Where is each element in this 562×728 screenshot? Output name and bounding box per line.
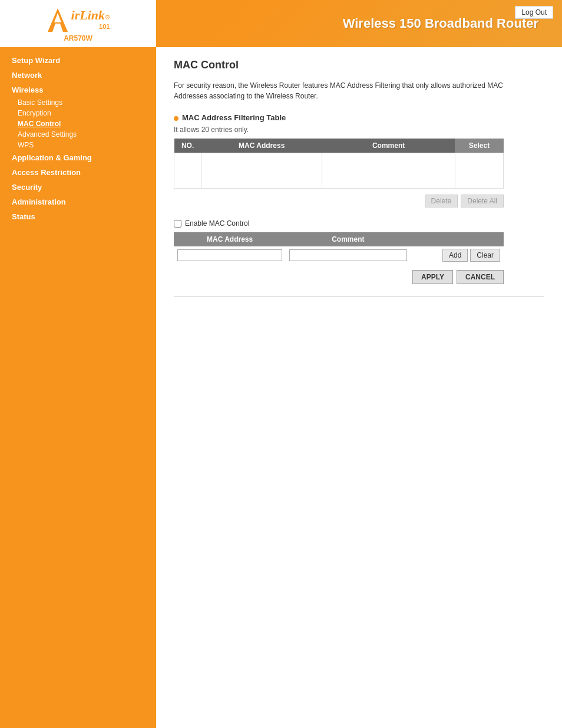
main-layout: Setup Wizard Network Wireless Basic Sett… xyxy=(0,47,562,728)
page-description: For security reason, the Wireless Router… xyxy=(174,80,544,101)
logo-area: irLink ® 101 AR570W xyxy=(0,0,156,47)
description-line1: For security reason, the Wireless Router… xyxy=(174,81,503,90)
sidebar-item-security[interactable]: Security xyxy=(0,180,156,195)
filter-table: NO. MAC Address Comment Select xyxy=(174,139,504,189)
cancel-button[interactable]: CANCEL xyxy=(457,270,504,284)
model-name: AR570W xyxy=(64,34,92,42)
sidebar-sub-basic-settings[interactable]: Basic Settings xyxy=(0,97,156,108)
empty-comment xyxy=(322,153,455,189)
header-title: Wireless 150 Broadband Router xyxy=(156,16,550,31)
sidebar: Setup Wizard Network Wireless Basic Sett… xyxy=(0,47,156,728)
footer-divider xyxy=(174,296,544,297)
enable-mac-label: Enable MAC Control xyxy=(185,219,249,228)
delete-button[interactable]: Delete xyxy=(425,195,458,207)
logo-101: 101 xyxy=(71,23,110,30)
sidebar-item-network[interactable]: Network xyxy=(0,68,156,83)
add-col-mac: MAC Address xyxy=(174,232,286,246)
bullet-icon xyxy=(174,116,178,121)
empty-select xyxy=(455,153,503,189)
add-button[interactable]: Add xyxy=(442,249,468,262)
sidebar-item-status[interactable]: Status xyxy=(0,209,156,224)
enable-mac-row: Enable MAC Control xyxy=(174,219,544,228)
description-line2: Addresses associating to the Wireless Ro… xyxy=(174,92,318,100)
sidebar-sub-wps[interactable]: WPS xyxy=(0,140,156,150)
empty-mac xyxy=(201,153,322,189)
apply-button[interactable]: APPLY xyxy=(412,270,453,284)
logo-letter-a xyxy=(47,5,69,33)
sidebar-item-administration[interactable]: Administration xyxy=(0,195,156,209)
col-header-select: Select xyxy=(455,139,503,153)
empty-no xyxy=(174,153,201,189)
section-title: MAC Address Filtering Table xyxy=(182,113,286,122)
logo-registered: ® xyxy=(105,14,110,21)
add-btn-area: Add Clear xyxy=(414,249,501,262)
logo: irLink ® 101 xyxy=(47,5,110,33)
sidebar-sub-advanced-settings[interactable]: Advanced Settings xyxy=(0,129,156,140)
col-header-mac: MAC Address xyxy=(201,139,322,153)
content-area: MAC Control For security reason, the Wir… xyxy=(156,47,562,728)
delete-all-button[interactable]: Delete All xyxy=(461,195,504,207)
sidebar-sub-mac-control[interactable]: MAC Control xyxy=(0,118,156,129)
enable-mac-checkbox[interactable] xyxy=(174,220,181,228)
section-subtitle: It allows 20 entries only. xyxy=(174,126,544,134)
sidebar-item-application-gaming[interactable]: Application & Gaming xyxy=(0,150,156,165)
table-empty-row xyxy=(174,153,504,189)
comment-input[interactable] xyxy=(289,249,406,261)
sidebar-item-setup-wizard[interactable]: Setup Wizard xyxy=(0,53,156,68)
apply-row: APPLY CANCEL xyxy=(174,270,504,284)
add-table: MAC Address Comment xyxy=(174,232,504,264)
clear-button[interactable]: Clear xyxy=(470,249,500,262)
page-title: MAC Control xyxy=(174,59,544,71)
section-header-row: MAC Address Filtering Table xyxy=(174,113,544,124)
logo-irlink-text: irLink xyxy=(71,8,105,23)
delete-area: Delete Delete All xyxy=(174,195,504,207)
header: irLink ® 101 AR570W Wireless 150 Broadba… xyxy=(0,0,562,47)
add-btn-cell: Add Clear xyxy=(411,246,504,264)
sidebar-sub-encryption[interactable]: Encryption xyxy=(0,108,156,118)
logout-button[interactable]: Log Out xyxy=(515,6,553,19)
col-header-comment: Comment xyxy=(322,139,455,153)
add-entry-row: Add Clear xyxy=(174,246,504,264)
add-col-comment: Comment xyxy=(286,232,410,246)
mac-address-input[interactable] xyxy=(177,249,282,261)
sidebar-item-access-restriction[interactable]: Access Restriction xyxy=(0,165,156,180)
sidebar-item-wireless[interactable]: Wireless xyxy=(0,83,156,97)
col-header-no: NO. xyxy=(174,139,201,153)
add-comment-cell xyxy=(286,246,410,264)
add-col-action xyxy=(411,232,504,246)
add-mac-cell xyxy=(174,246,286,264)
page-wrapper: irLink ® 101 AR570W Wireless 150 Broadba… xyxy=(0,0,562,728)
